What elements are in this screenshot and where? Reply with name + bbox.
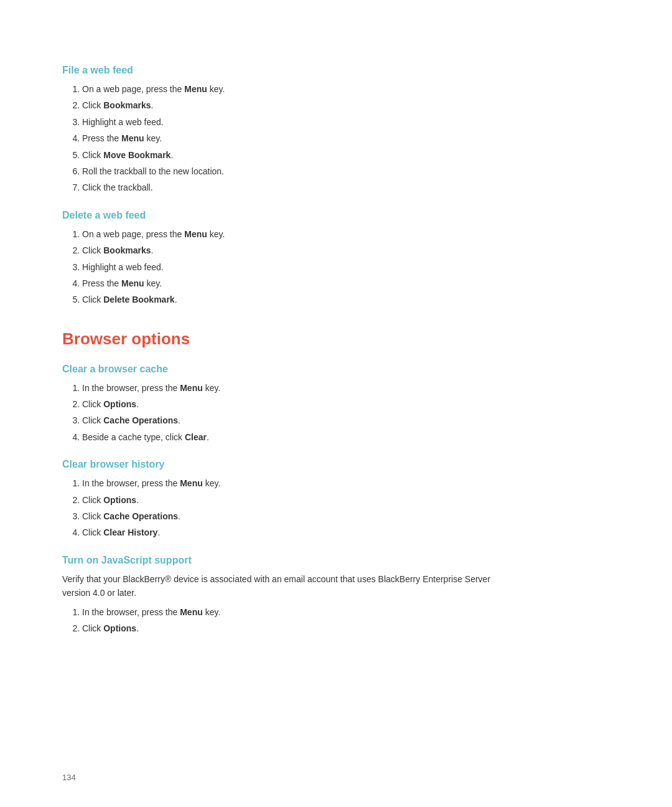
verify-text: Verify that your BlackBerry® device is a… [62,572,498,600]
bold-text: Clear [185,432,207,442]
page-number: 134 [62,773,76,782]
list-item: Click Bookmarks. [82,98,498,112]
list-item: Beside a cache type, click Clear. [82,430,498,444]
bold-text: Menu [180,383,203,393]
steps-turn-on-javascript-support: In the browser, press the Menu key. Clic… [82,605,498,636]
bold-text: Menu [184,229,207,239]
list-item: Press the Menu key. [82,131,498,145]
steps-delete-a-web-feed: On a web page, press the Menu key. Click… [82,227,498,307]
list-item: Click Delete Bookmark. [82,293,498,306]
heading-clear-browser-cache: Clear a browser cache [62,364,498,375]
list-item: Highlight a web feed. [82,115,498,129]
section-file-a-web-feed: File a web feed On a web page, press the… [62,65,498,195]
list-item: In the browser, press the Menu key. [82,476,498,490]
bold-text: Bookmarks [103,245,151,255]
list-item: Click Cache Operations. [82,509,498,523]
heading-clear-browser-history: Clear browser history [62,459,498,470]
bold-text: Clear History [103,527,157,537]
heading-file-a-web-feed: File a web feed [62,65,498,76]
list-item: Click Options. [82,493,498,507]
bold-text: Menu [121,278,144,288]
list-item: Click Bookmarks. [82,243,498,257]
bold-text: Menu [180,478,203,488]
section-delete-a-web-feed: Delete a web feed On a web page, press t… [62,210,498,307]
page-container: File a web feed On a web page, press the… [0,0,560,682]
section-turn-on-javascript-support: Turn on JavaScript support Verify that y… [62,555,498,636]
heading-delete-a-web-feed: Delete a web feed [62,210,498,221]
list-item: Press the Menu key. [82,276,498,290]
bold-text: Bookmarks [103,100,151,110]
bold-text: Menu [184,84,207,94]
list-item: Click Clear History. [82,526,498,539]
bold-text: Move Bookmark [103,150,170,160]
bold-text: Options [103,495,136,505]
list-item: In the browser, press the Menu key. [82,605,498,619]
list-item: Click Move Bookmark. [82,148,498,162]
section-clear-browser-history: Clear browser history In the browser, pr… [62,459,498,540]
list-item: Click Options. [82,621,498,635]
steps-clear-browser-cache: In the browser, press the Menu key. Clic… [82,381,498,445]
bold-text: Delete Bookmark [103,295,174,304]
list-item: Highlight a web feed. [82,260,498,274]
bold-text: Cache Operations [103,415,178,425]
heading-browser-options: Browser options [62,329,498,349]
steps-clear-browser-history: In the browser, press the Menu key. Clic… [82,476,498,540]
list-item: On a web page, press the Menu key. [82,227,498,241]
list-item: Click the trackball. [82,181,498,194]
list-item: Click Options. [82,397,498,411]
steps-file-a-web-feed: On a web page, press the Menu key. Click… [82,82,498,195]
bold-text: Options [103,399,136,409]
list-item: In the browser, press the Menu key. [82,381,498,395]
bold-text: Options [103,623,136,633]
section-clear-browser-cache: Clear a browser cache In the browser, pr… [62,364,498,445]
heading-turn-on-javascript-support: Turn on JavaScript support [62,555,498,566]
bold-text: Menu [121,133,144,143]
section-browser-options: Browser options [62,329,498,349]
bold-text: Menu [180,607,203,617]
bold-text: Cache Operations [103,511,178,521]
list-item: Roll the trackball to the new location. [82,164,498,178]
list-item: Click Cache Operations. [82,413,498,427]
list-item: On a web page, press the Menu key. [82,82,498,96]
